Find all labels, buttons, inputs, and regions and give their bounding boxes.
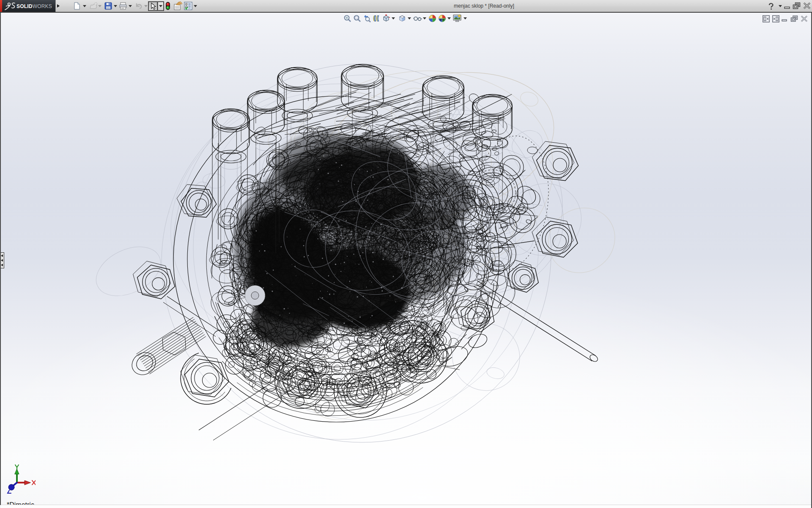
svg-text:SOLIDWORKS: SOLIDWORKS bbox=[16, 3, 52, 9]
